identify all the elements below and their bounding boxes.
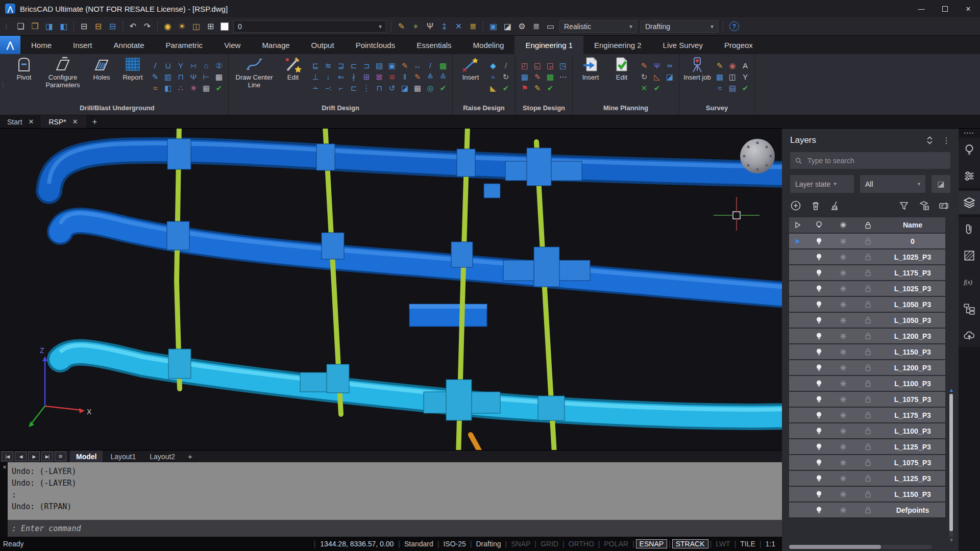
ribbon-tool-icon[interactable]: ◪ — [664, 71, 675, 82]
layout-tab-layout2[interactable]: Layout2 — [143, 450, 181, 463]
layer-grid-header[interactable]: Name — [789, 217, 945, 233]
ribbon-tab-parametric[interactable]: Parametric — [155, 36, 214, 54]
ribbon-button-draw-center-line[interactable]: Draw Center Line — [232, 55, 276, 89]
ribbon-tool-icon[interactable]: ⊏ — [348, 83, 359, 93]
ribbon-tool-icon[interactable]: ▥ — [162, 71, 174, 82]
layer-freeze-icon[interactable] — [831, 364, 855, 371]
ribbon-tool-icon[interactable]: ⊓ — [374, 83, 385, 93]
ribbon-tool-icon[interactable]: ✕ — [639, 83, 650, 93]
ribbon-tool-icon[interactable]: ✎ — [532, 83, 543, 93]
ribbon-tool-icon[interactable]: ↔ — [412, 60, 423, 71]
ribbon-tool-icon[interactable]: ✎ — [399, 60, 410, 71]
document-tab-start[interactable]: Start✕ — [0, 115, 41, 128]
lamp-pair-icon[interactable]: ‡ — [437, 20, 451, 33]
ribbon-tool-icon[interactable]: ⊢ — [201, 71, 212, 82]
layer-search-box[interactable] — [790, 152, 950, 169]
layer-lock-icon[interactable] — [855, 427, 880, 435]
layer-freeze-icon[interactable] — [831, 348, 855, 356]
layer-lock-icon[interactable] — [855, 316, 880, 324]
command-history[interactable]: Undo: (-LAYER)Undo: (-LAYER):Undo: (RTPA… — [8, 462, 782, 520]
ribbon-tool-icon[interactable]: ✎ — [714, 60, 725, 71]
ribbon-tool-icon[interactable]: ≙ — [437, 71, 449, 82]
material-box-icon[interactable]: ◫ — [189, 20, 203, 33]
layer-row[interactable]: L_1100_P3 — [789, 423, 945, 438]
layer-row[interactable]: L_1125_P3 — [789, 471, 945, 486]
layer-freeze-icon[interactable] — [831, 333, 855, 340]
status-1-1[interactable]: 1:1 — [762, 540, 779, 548]
ribbon-tab-live-survey[interactable]: Live Survey — [652, 36, 714, 54]
status-lwt[interactable]: LWT — [712, 540, 734, 548]
save-icon[interactable]: ◨ — [42, 20, 56, 33]
first-layout-button[interactable]: |◀ — [2, 452, 13, 461]
layer-bulb-icon[interactable]: ◉ — [161, 20, 175, 33]
ribbon-tool-icon[interactable]: ⊓ — [175, 71, 186, 82]
save-as-icon[interactable]: ◧ — [57, 20, 70, 33]
layer-freeze-icon[interactable] — [831, 285, 855, 292]
image-frame-icon[interactable]: ▭ — [544, 20, 557, 33]
ribbon-tool-icon[interactable]: + — [487, 71, 499, 82]
ribbon-tab-insert[interactable]: Insert — [62, 36, 103, 54]
status-drafting[interactable]: Drafting — [472, 540, 504, 548]
layer-search-input[interactable] — [806, 156, 945, 165]
print-preview-icon[interactable]: ⊟ — [106, 20, 119, 33]
ribbon-button-pivot[interactable]: Pivot — [10, 55, 38, 81]
ribbon-tool-icon[interactable]: ◱ — [532, 60, 543, 71]
layer-freeze-icon[interactable] — [831, 475, 855, 482]
ribbon-tool-icon[interactable]: Ψ — [651, 60, 663, 71]
ribbon-tool-icon[interactable]: ▦ — [201, 83, 212, 93]
layer-on-icon[interactable] — [806, 506, 831, 514]
layer-row[interactable]: L_1125_P3 — [789, 439, 945, 454]
ribbon-handle[interactable]: ⋮ — [0, 54, 6, 115]
annotate-user-icon[interactable]: ✎ — [395, 20, 408, 33]
ribbon-tool-icon[interactable]: ⊔ — [162, 60, 174, 71]
workspace-select[interactable]: Drafting▾ — [641, 20, 718, 33]
command-close-icon[interactable]: × — [2, 464, 8, 471]
ribbon-tool-icon[interactable]: ✔ — [437, 83, 449, 93]
purge-layer-icon[interactable] — [830, 200, 841, 211]
layer-row[interactable]: L_1025_P3 — [789, 281, 945, 296]
panel-expand-icon[interactable] — [926, 136, 933, 144]
ribbon-tool-icon[interactable]: ⌐ — [335, 83, 347, 93]
plot-style-icon[interactable]: ⊞ — [204, 20, 217, 33]
layer-freeze-icon[interactable] — [831, 507, 855, 514]
ribbon-tool-icon[interactable]: Ψ — [188, 71, 199, 82]
ribbon-tool-icon[interactable]: ◳ — [557, 60, 569, 71]
previous-layout-button[interactable]: ◀ — [15, 452, 27, 461]
ribbon-tool-icon[interactable]: ✔ — [545, 83, 556, 93]
layer-lock-icon[interactable] — [855, 395, 880, 403]
ribbon-button-insert[interactable]: Insert — [456, 55, 485, 81]
status-ortho[interactable]: ORTHO — [565, 540, 598, 548]
layer-on-icon[interactable] — [806, 332, 831, 340]
ribbon-tab-progeox[interactable]: Progeox — [714, 36, 764, 54]
application-button[interactable]: ⋀ — [0, 36, 20, 54]
ribbon-tool-icon[interactable]: ‖ — [399, 71, 410, 82]
status-iso-25[interactable]: ISO-25 — [439, 540, 469, 548]
ribbon-button-insert[interactable]: Insert — [576, 55, 605, 81]
eraser-icon[interactable]: ◪ — [501, 20, 514, 33]
ribbon-tool-icon[interactable]: ⊏ — [348, 60, 359, 71]
layer-row[interactable]: L_1150_P3 — [789, 487, 945, 502]
layer-on-icon[interactable] — [806, 285, 831, 293]
ribbon-tool-icon[interactable]: ∤ — [348, 71, 359, 82]
ribbon-tool-icon[interactable]: ▦ — [714, 71, 725, 82]
undo-icon[interactable]: ↶ — [126, 20, 140, 33]
ribbon-tool-icon[interactable]: ↓ — [323, 71, 334, 82]
ribbon-tool-icon[interactable]: ◧ — [162, 83, 174, 93]
ribbon-tool-icon[interactable]: ⚑ — [519, 83, 530, 93]
layer-lock-icon[interactable] — [855, 380, 880, 387]
ribbon-tool-icon[interactable]: ▦ — [412, 83, 423, 93]
ribbon-tool-icon[interactable]: ② — [213, 60, 225, 71]
ribbon-tab-essentials[interactable]: Essentials — [406, 36, 462, 54]
layer-row[interactable]: L_1100_P3 — [789, 376, 945, 391]
panel-layout-icon[interactable]: ▣ — [486, 20, 500, 33]
scroll-down-icon[interactable]: ▼ — [949, 538, 953, 543]
ribbon-tool-icon[interactable]: Y — [175, 60, 186, 71]
layer-list-hscrollbar[interactable] — [789, 545, 932, 549]
layer-freeze-icon[interactable] — [831, 238, 855, 245]
scrollbar-thumb[interactable] — [949, 394, 953, 531]
layer-on-icon[interactable] — [806, 316, 831, 324]
ribbon-tool-icon[interactable]: ↻ — [500, 71, 511, 82]
layer-on-icon[interactable] — [806, 300, 831, 309]
document-tab-rsp[interactable]: RSP*✕ — [41, 115, 85, 128]
panel-menu-icon[interactable]: ⋮ — [942, 136, 950, 145]
